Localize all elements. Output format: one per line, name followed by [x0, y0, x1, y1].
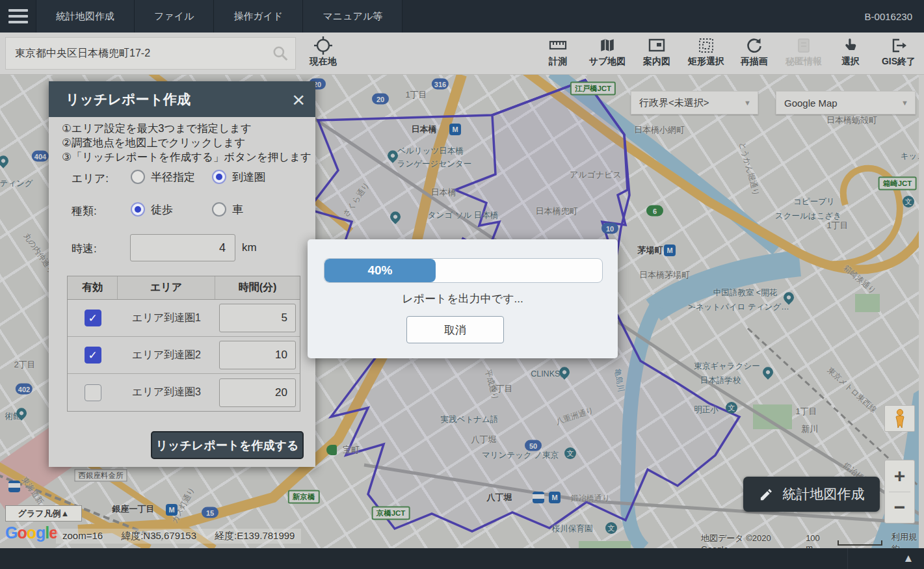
ruler-icon — [549, 37, 567, 54]
col-enabled: 有効 — [68, 276, 118, 299]
basemap-select[interactable]: Google Map ▼ — [776, 91, 916, 114]
measure-label: 計測 — [549, 56, 567, 68]
bottom-bar-divider — [847, 548, 848, 569]
app-window: 1丁目江戸橋JCT日本橋ベルリッツ日本橋ランゲージセンターアルゴナビス日本橋小網… — [0, 0, 924, 569]
zoom-out-button[interactable]: − — [885, 492, 914, 523]
area1-label: エリア到達圏1 — [118, 311, 215, 325]
dialog-title: リッチレポート作成 — [66, 90, 191, 109]
speed-input[interactable] — [130, 234, 235, 261]
area2-label: エリア到達圏2 — [118, 349, 215, 362]
map-attribution: 地図データ ©2020 Google 100 m 利用規約 — [701, 531, 924, 548]
top-navbar: 統計地図作成 ファイル 操作ガイド マニュアル等 B-0016230 — [0, 0, 924, 33]
area3-minutes-input[interactable]: 20 — [219, 378, 296, 407]
radius-mode-radio-label[interactable]: 半径指定 — [151, 170, 195, 185]
progress-bar: 40% — [324, 258, 603, 283]
hamburger-menu-icon[interactable] — [0, 0, 36, 33]
gis-exit-button[interactable]: GIS終了 — [875, 36, 922, 72]
area1-checkbox[interactable]: ✓ — [85, 310, 101, 326]
google-logo[interactable]: Google — [5, 523, 57, 542]
exit-icon — [890, 37, 907, 54]
dialog-header[interactable]: リッチレポート作成 × — [49, 81, 315, 117]
crosshair-icon — [313, 36, 333, 55]
nav-item-file[interactable]: ファイル — [135, 0, 214, 33]
bottom-bar: ▲ — [0, 548, 924, 569]
google-logo-letter: o — [17, 523, 26, 542]
submap-button[interactable]: サブ地図 — [584, 36, 631, 72]
col-area: エリア — [118, 276, 215, 299]
status-longitude: 経度:E139.781999 — [215, 530, 295, 542]
attribution-text: 地図データ ©2020 Google — [701, 533, 797, 549]
table-row: エリア到達圏3 20 — [68, 374, 300, 411]
pegman-control[interactable] — [884, 405, 915, 432]
close-icon[interactable]: × — [292, 88, 305, 111]
graph-legend-button[interactable]: グラフ凡例▲ — [5, 505, 82, 522]
progress-message: レポートを出力中です... — [308, 291, 618, 306]
current-location-button[interactable]: 現在地 — [303, 36, 343, 72]
basemap-value: Google Map — [784, 98, 838, 109]
address-search-value[interactable]: 東京都中央区日本橋兜町17-2 — [15, 47, 272, 60]
pointing-hand-icon — [842, 37, 859, 54]
confidential-info-button: 秘匿情報 — [780, 36, 827, 72]
area-table-header: 有効 エリア 時間(分) — [68, 276, 300, 300]
create-rich-report-button[interactable]: リッチレポートを作成する — [151, 431, 304, 459]
nav-item-manual[interactable]: マニュアル等 — [303, 0, 403, 33]
nav-item-guide[interactable]: 操作ガイド — [214, 0, 303, 33]
area1-minutes-input[interactable]: 5 — [219, 304, 296, 332]
edit-button-label: 統計地図作成 — [783, 485, 865, 503]
pegman-icon — [893, 409, 907, 429]
rect-select-icon — [698, 37, 715, 54]
scale-label: 100 m — [806, 533, 828, 548]
area3-label: エリア到達圏3 — [118, 386, 215, 399]
current-location-label: 現在地 — [310, 56, 337, 68]
search-icon[interactable] — [272, 45, 289, 62]
col-minutes: 時間(分) — [215, 276, 300, 299]
cancel-button[interactable]: 取消 — [406, 316, 504, 343]
pencil-icon — [759, 487, 774, 502]
session-id: B-0016230 — [865, 0, 924, 33]
confidential-icon — [795, 37, 812, 54]
google-logo-letter: g — [36, 523, 45, 542]
redraw-button[interactable]: 再描画 — [731, 36, 778, 72]
map-toolbar: 東京都中央区日本橋兜町17-2 現在地 — [0, 33, 924, 75]
reach-mode-radio[interactable] — [212, 170, 226, 184]
map-status-bar: zoom=16 緯度:N35.679153 経度:E139.781999 — [56, 529, 301, 544]
travel-type-label: 種類: — [72, 204, 97, 218]
zoom-in-button[interactable]: + — [885, 460, 914, 492]
map-scrollbar[interactable] — [919, 75, 924, 548]
guide-map-label: 案内図 — [643, 56, 670, 68]
admin-boundary-value: 行政界<未選択> — [639, 97, 709, 109]
area2-checkbox[interactable]: ✓ — [85, 347, 101, 364]
chevron-down-icon: ▼ — [901, 99, 908, 107]
select-button[interactable]: 選択 — [827, 36, 874, 72]
measure-button[interactable]: 計測 — [535, 36, 581, 72]
walk-radio[interactable] — [131, 202, 145, 217]
instruction-step-1: ①エリア設定を最大3つまで指定します — [62, 122, 252, 136]
instruction-step-3: ③「リッチレポートを作成する」ボタンを押します — [62, 150, 311, 165]
admin-boundary-select[interactable]: 行政界<未選択> ▼ — [631, 91, 758, 114]
radius-mode-radio[interactable] — [131, 170, 145, 184]
guide-map-icon — [648, 37, 665, 54]
nav-item-statistical-map[interactable]: 統計地図作成 — [36, 0, 135, 33]
google-logo-letter: o — [27, 523, 36, 542]
statistical-map-create-button[interactable]: 統計地図作成 — [743, 477, 880, 512]
rect-select-button[interactable]: 矩形選択 — [683, 36, 730, 72]
walk-radio-label[interactable]: 徒歩 — [151, 202, 173, 217]
rect-select-label: 矩形選択 — [688, 56, 724, 68]
gis-exit-label: GIS終了 — [882, 56, 916, 68]
car-radio[interactable] — [212, 202, 226, 217]
status-latitude: 緯度:N35.679153 — [121, 530, 196, 542]
rich-report-dialog: リッチレポート作成 × ①エリア設定を最大3つまで指定します ②調査地点を地図上… — [49, 81, 315, 467]
submap-label: サブ地図 — [589, 56, 626, 68]
area2-minutes-input[interactable]: 10 — [219, 341, 296, 369]
area-table: 有効 エリア 時間(分) ✓ エリア到達圏1 5 ✓ エリア到達圏2 10 エリ… — [67, 276, 300, 412]
address-search-box[interactable]: 東京都中央区日本橋兜町17-2 — [5, 37, 296, 70]
collapse-up-icon[interactable]: ▲ — [896, 550, 921, 567]
confidential-label: 秘匿情報 — [785, 56, 822, 68]
area3-checkbox[interactable] — [85, 384, 101, 401]
guide-map-button[interactable]: 案内図 — [633, 36, 680, 72]
status-zoom: zoom=16 — [62, 530, 103, 542]
reach-mode-radio-label[interactable]: 到達圏 — [232, 170, 265, 185]
car-radio-label[interactable]: 車 — [232, 202, 243, 217]
speed-label: 時速: — [72, 241, 97, 256]
refresh-icon — [746, 37, 763, 54]
